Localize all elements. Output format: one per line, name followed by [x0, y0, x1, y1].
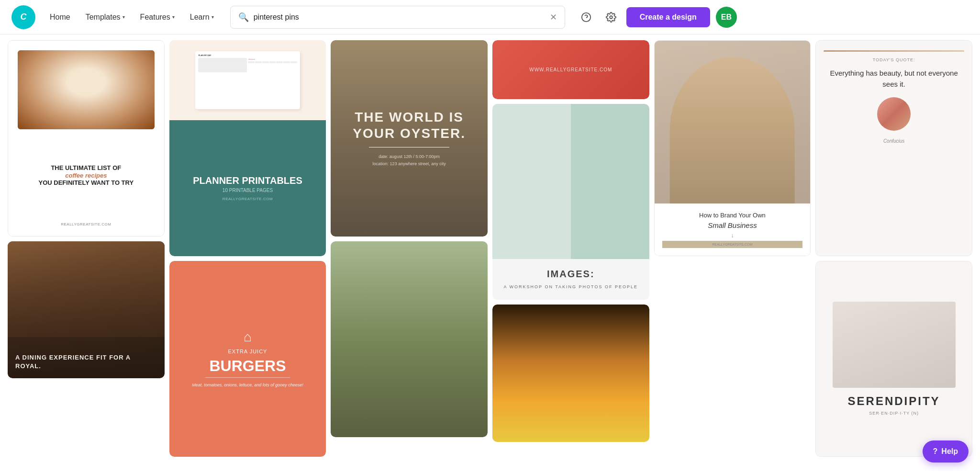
nav-learn-label: Learn	[190, 13, 210, 22]
help-button[interactable]: ? Help	[923, 440, 969, 463]
oyster-title: THE WORLD IS YOUR OYSTER.	[342, 109, 476, 141]
oyster-location: location: 123 anywhere street, any city	[342, 160, 476, 167]
nav-home[interactable]: Home	[43, 9, 77, 25]
search-bar: 🔍 ✕	[230, 6, 565, 29]
nav-features[interactable]: Features ▾	[134, 9, 181, 25]
search-input[interactable]	[254, 13, 545, 22]
svg-point-2	[610, 16, 612, 19]
templates-chevron-icon: ▾	[122, 14, 125, 20]
nav-links: Home Templates ▾ Features ▾ Learn ▾	[43, 9, 221, 25]
template-card-serendipity[interactable]: SERENDIPITY SER·EN·DIP·I·TY (N)	[815, 261, 972, 457]
create-design-button[interactable]: Create a design	[626, 7, 710, 27]
nav-home-label: Home	[50, 13, 70, 22]
nav-templates-label: Templates	[86, 13, 121, 22]
search-icon: 🔍	[238, 12, 249, 23]
template-grid: THE ULTIMATE LIST OF coffee recipes YOU …	[0, 34, 980, 463]
help-icon: ?	[933, 447, 938, 456]
template-card-oyster[interactable]: THE WORLD IS YOUR OYSTER. date: august 1…	[331, 40, 488, 237]
template-card-coffee[interactable]: THE ULTIMATE LIST OF coffee recipes YOU …	[8, 40, 165, 237]
help-label: Help	[941, 447, 958, 456]
dining-title: A DINING EXPERIENCE FIT FOR A ROYAL.	[15, 353, 157, 371]
canva-logo[interactable]: C	[11, 5, 35, 29]
settings-icon-btn[interactable]	[601, 8, 621, 27]
oyster-date: date: august 12th / 5:00-7:00pm	[342, 153, 476, 160]
template-card-burgers[interactable]: ⌂ EXTRA JUICY BURGERS Meat, tomatoes, on…	[169, 261, 326, 457]
template-card-tulips[interactable]	[492, 305, 649, 442]
learn-chevron-icon: ▾	[212, 14, 214, 20]
template-card-planner[interactable]: PLAN MY DAY January	[169, 40, 326, 256]
template-card-couple[interactable]	[331, 241, 488, 438]
nav-features-label: Features	[140, 13, 170, 22]
template-card-red[interactable]: WWW.REALLYGREATSITE.COM	[492, 40, 649, 99]
search-clear-icon[interactable]: ✕	[550, 12, 557, 23]
navbar: C Home Templates ▾ Features ▾ Learn ▾ 🔍 …	[0, 0, 980, 34]
nav-actions: Create a design EB	[577, 7, 737, 28]
oyster-divider	[369, 147, 449, 147]
template-card-dining[interactable]: A DINING EXPERIENCE FIT FOR A ROYAL.	[8, 241, 165, 379]
template-card-quote[interactable]: Today's Quote: Everything has beauty, bu…	[815, 40, 972, 256]
nav-learn[interactable]: Learn ▾	[183, 9, 221, 25]
nav-templates[interactable]: Templates ▾	[79, 9, 132, 25]
template-card-brand[interactable]: How to Brand Your Own Small Business ↓ R…	[654, 40, 811, 256]
dining-text-area: A DINING EXPERIENCE FIT FOR A ROYAL.	[15, 353, 157, 371]
features-chevron-icon: ▾	[172, 14, 175, 20]
oyster-text-area: THE WORLD IS YOUR OYSTER. date: august 1…	[342, 109, 476, 167]
avatar[interactable]: EB	[716, 7, 737, 28]
logo-text: C	[21, 12, 27, 22]
help-icon-btn[interactable]	[577, 8, 596, 27]
template-card-images[interactable]: IMAGES: A WORKSHOP ON TAKING PHOTOS OF P…	[492, 104, 649, 300]
